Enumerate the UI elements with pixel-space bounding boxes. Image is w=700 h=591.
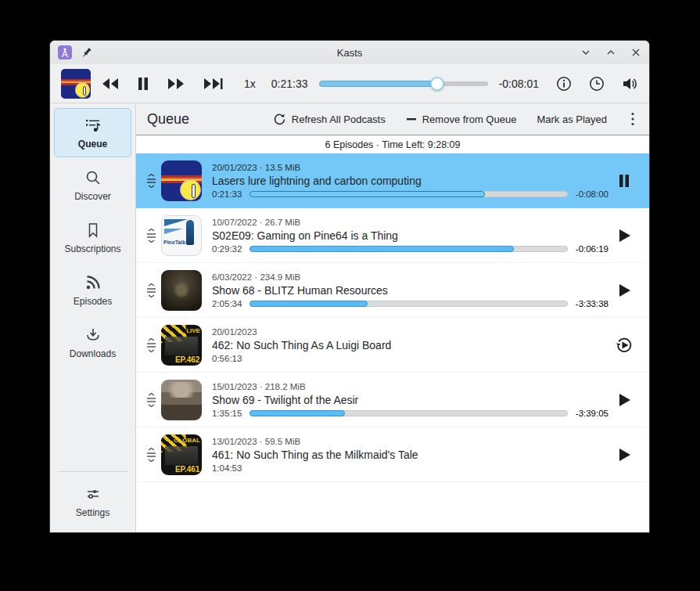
episode-row[interactable]: PineTalk 10/07/2022 · 26.7 MiB S02E09: G… <box>136 208 649 263</box>
minus-icon <box>406 114 417 124</box>
playlist-icon <box>84 117 102 134</box>
drag-handle-icon[interactable] <box>141 173 161 189</box>
episode-row[interactable]: 6/03/2022 · 234.9 MiB Show 68 - BLITZ Hu… <box>136 263 649 318</box>
episode-row[interactable]: 20/01/2023 · 13.5 MiB Lasers lure lightn… <box>136 153 649 208</box>
episode-duration: 0:56:13 <box>212 354 242 363</box>
download-icon <box>84 326 102 344</box>
pause-button[interactable] <box>137 77 149 91</box>
episode-info-icon[interactable] <box>556 76 572 92</box>
episode-meta: 20/01/2023 <box>212 327 608 337</box>
episode-remaining: -0:08:00 <box>576 189 608 199</box>
sleep-timer-icon[interactable] <box>589 76 605 92</box>
drag-handle-icon[interactable] <box>141 337 161 353</box>
drag-handle-icon[interactable] <box>141 228 161 243</box>
episode-meta: 15/01/2023 · 218.2 MiB <box>212 382 608 391</box>
episode-artwork: LIVEEP.462 <box>161 325 202 366</box>
overflow-menu-icon[interactable] <box>627 110 638 128</box>
titlebar[interactable]: Kasts <box>50 41 649 64</box>
episode-title: Show 68 - BLITZ Human Resources <box>212 284 608 297</box>
minimize-button[interactable] <box>580 47 591 58</box>
episode-elapsed: 0:21:33 <box>212 189 242 199</box>
episode-artwork: GLOBALEP.461 <box>161 434 202 475</box>
rss-icon <box>84 274 102 291</box>
episode-artwork: PineTalk <box>161 215 202 256</box>
remove-from-queue-button[interactable]: Remove from Queue <box>406 114 517 125</box>
episode-progress-bar[interactable] <box>249 246 567 252</box>
sidebar-item-label: Downloads <box>70 348 116 359</box>
sidebar-item-label: Subscriptions <box>64 243 120 254</box>
seek-forward-button[interactable] <box>167 77 185 91</box>
episode-duration: 1:04:53 <box>212 463 242 473</box>
download-and-play-button[interactable] <box>608 337 640 354</box>
queue-status-text: 6 Episodes · Time Left: 9:28:09 <box>136 135 649 153</box>
episode-list: 20/01/2023 · 13.5 MiB Lasers lure lightn… <box>136 153 649 532</box>
drag-handle-icon[interactable] <box>141 283 161 298</box>
episode-progress-bar[interactable] <box>249 301 567 307</box>
episode-title: 462: No Such Thing As A Luigi Board <box>212 339 608 351</box>
episode-row[interactable]: GLOBALEP.461 13/01/2023 · 59.5 MiB 461: … <box>136 427 649 482</box>
episode-artwork <box>161 160 202 201</box>
episode-meta: 6/03/2022 · 234.9 MiB <box>212 272 608 282</box>
sidebar-item-discover[interactable]: Discover <box>54 160 131 210</box>
sidebar-item-episodes[interactable]: Episodes <box>54 265 131 315</box>
episode-progress-bar[interactable] <box>249 410 567 416</box>
skip-next-button[interactable] <box>203 77 224 91</box>
episode-row[interactable]: LIVEEP.462 20/01/2023 462: No Such Thing… <box>136 318 649 373</box>
mark-as-played-button[interactable]: Mark as Played <box>537 114 607 125</box>
play-episode-button[interactable] <box>608 448 640 462</box>
sidebar-item-label: Settings <box>76 507 109 518</box>
drag-handle-icon[interactable] <box>141 447 161 463</box>
seek-slider[interactable] <box>319 76 488 92</box>
page-title: Queue <box>147 111 189 128</box>
refresh-icon <box>273 113 286 126</box>
episode-remaining: -0:06:19 <box>576 244 608 254</box>
search-icon <box>84 169 102 186</box>
remaining-time: -0:08:01 <box>499 77 539 90</box>
episode-title: 461: No Such Thing as the Milkmaid's Tal… <box>212 449 608 461</box>
play-episode-button[interactable] <box>608 229 640 243</box>
episode-remaining: -3:33:38 <box>576 299 608 308</box>
close-button[interactable] <box>630 47 641 58</box>
player-bar: 1x 0:21:33 -0:08:01 <box>50 64 649 103</box>
drag-handle-icon[interactable] <box>141 392 161 408</box>
refresh-all-podcasts-button[interactable]: Refresh All Podcasts <box>273 113 386 126</box>
play-episode-button[interactable] <box>608 393 640 407</box>
kasts-window: Kasts <box>50 41 649 532</box>
episode-elapsed: 1:35:15 <box>212 409 242 418</box>
episode-progress-bar[interactable] <box>249 191 567 197</box>
queue-header: Queue Refresh All Podcasts Remove from Q… <box>136 103 649 135</box>
volume-icon[interactable] <box>622 76 638 92</box>
episode-title: Show 69 - Twilight of the Aesir <box>212 394 608 406</box>
pause-episode-button[interactable] <box>608 174 640 188</box>
sidebar-item-label: Episodes <box>74 296 112 307</box>
episode-artwork <box>161 380 202 420</box>
sidebar-item-label: Queue <box>78 139 107 150</box>
episode-remaining: -3:39:05 <box>576 409 608 418</box>
kasts-app-icon <box>58 45 72 59</box>
sidebar: Queue Discover Subscriptions Episodes <box>50 103 136 532</box>
episode-artwork <box>161 270 202 311</box>
maximize-button[interactable] <box>605 47 616 58</box>
elapsed-time: 0:21:33 <box>271 77 308 90</box>
pin-icon[interactable] <box>81 47 93 59</box>
play-episode-button[interactable] <box>608 283 640 297</box>
sidebar-item-queue[interactable]: Queue <box>54 108 131 157</box>
sliders-icon <box>84 485 102 503</box>
now-playing-artwork[interactable] <box>61 69 91 99</box>
episode-row[interactable]: 15/01/2023 · 218.2 MiB Show 69 - Twiligh… <box>136 373 649 427</box>
seek-slider-handle[interactable] <box>430 77 444 91</box>
episode-meta: 13/01/2023 · 59.5 MiB <box>212 437 608 446</box>
sidebar-item-subscriptions[interactable]: Subscriptions <box>54 213 131 262</box>
episode-meta: 10/07/2022 · 26.7 MiB <box>212 218 608 227</box>
seek-backward-button[interactable] <box>101 77 120 91</box>
queue-page: Queue Refresh All Podcasts Remove from Q… <box>136 103 649 532</box>
episode-elapsed: 0:29:32 <box>212 244 242 254</box>
window-title: Kasts <box>50 47 649 59</box>
sidebar-item-settings[interactable]: Settings <box>54 477 131 526</box>
sidebar-item-downloads[interactable]: Downloads <box>54 318 131 367</box>
episode-elapsed: 2:05:34 <box>212 299 242 308</box>
episode-title: Lasers lure lightning and carbon computi… <box>212 175 608 187</box>
sidebar-item-label: Discover <box>74 191 111 202</box>
episode-meta: 20/01/2023 · 13.5 MiB <box>212 163 608 172</box>
playback-rate-button[interactable]: 1x <box>244 77 256 90</box>
